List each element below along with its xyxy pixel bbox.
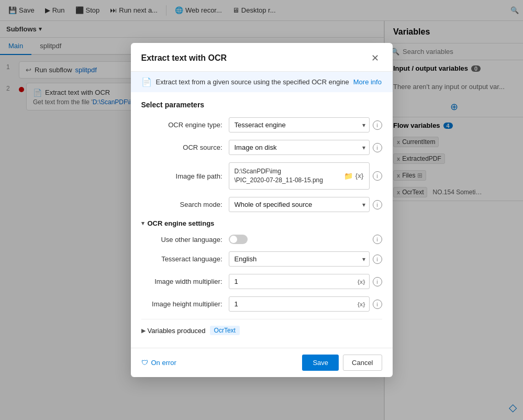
image-height-variable-icon[interactable]: {x}: [358, 301, 365, 307]
file-path-icons: 📁 {x}: [344, 172, 363, 180]
use-other-lang-control: i: [229, 235, 382, 244]
ocr-engine-type-control: Tesseract engine ▾ i: [229, 117, 382, 132]
param-row-tesseract-lang: Tesseract language: English ▾ i: [141, 251, 382, 267]
ocr-source-info-icon[interactable]: i: [373, 143, 382, 152]
footer-actions: Save Cancel: [302, 355, 382, 371]
select-parameters-title: Select parameters: [141, 101, 382, 109]
more-info-link[interactable]: More info: [353, 78, 382, 86]
toggle-thumb: [230, 236, 237, 243]
tesseract-lang-label: Tesseract language:: [141, 255, 222, 263]
use-other-lang-toggle[interactable]: [229, 235, 248, 244]
search-mode-info-icon[interactable]: i: [373, 200, 382, 209]
tesseract-lang-select-wrapper: English ▾: [229, 251, 370, 267]
ocr-source-label: OCR source:: [141, 143, 222, 151]
ocr-engine-type-select[interactable]: Tesseract engine: [229, 117, 370, 132]
param-row-search-mode: Search mode: Whole of specified source ▾…: [141, 197, 382, 212]
file-variable-icon[interactable]: {x}: [355, 172, 363, 180]
variables-produced-text: Variables produced: [148, 327, 206, 335]
ocr-engine-type-label: OCR engine type:: [141, 121, 222, 129]
ocr-settings-title: OCR engine settings: [148, 219, 215, 227]
ocr-settings-header[interactable]: ▾ OCR engine settings: [141, 219, 382, 227]
use-other-lang-info-icon[interactable]: i: [373, 235, 382, 244]
modal-cancel-button[interactable]: Cancel: [343, 355, 382, 371]
search-mode-label: Search mode:: [141, 201, 222, 208]
ocr-source-select-wrapper: Image on disk ▾: [229, 140, 370, 155]
ocr-source-control: Image on disk ▾ i: [229, 140, 382, 155]
param-row-ocr-source: OCR source: Image on disk ▾ i: [141, 140, 382, 155]
modal-save-button[interactable]: Save: [302, 355, 339, 371]
image-width-input-wrapper: {x}: [229, 274, 370, 289]
image-path-info-icon[interactable]: i: [373, 171, 382, 181]
tesseract-lang-info-icon[interactable]: i: [373, 255, 382, 264]
ocr-engine-type-select-wrapper: Tesseract engine ▾: [229, 117, 370, 132]
file-browse-icon[interactable]: 📁: [344, 172, 353, 180]
modal-overlay: Extract text with OCR ✕ 📄 Extract text f…: [0, 0, 523, 420]
search-mode-select-wrapper: Whole of specified source ▾: [229, 197, 370, 212]
param-row-height-multiplier: Image height multiplier: {x} i: [141, 296, 382, 312]
image-width-label: Image width multiplier:: [141, 278, 222, 285]
tesseract-lang-control: English ▾ i: [229, 251, 382, 267]
file-path-text: D:\ScanPDF\img\PIC_2020-07-28_11-08-15.p…: [235, 167, 342, 185]
modal-title: Extract text with OCR: [141, 53, 368, 63]
image-height-input-wrapper: {x}: [229, 296, 370, 312]
modal-header: Extract text with OCR ✕: [131, 43, 393, 72]
modal-info-text: Extract text from a given source using t…: [156, 78, 349, 86]
modal-close-button[interactable]: ✕: [368, 51, 382, 65]
image-width-info-icon[interactable]: i: [373, 277, 382, 286]
param-row-other-lang: Use other language: i: [141, 235, 382, 244]
ocr-text-produced-tag: OcrText: [210, 326, 240, 335]
image-file-path-input[interactable]: D:\ScanPDF\img\PIC_2020-07-28_11-08-15.p…: [229, 162, 370, 190]
ocr-engine-type-info-icon[interactable]: i: [373, 120, 382, 130]
image-height-label: Image height multiplier:: [141, 300, 222, 308]
modal-info-bar: 📄 Extract text from a given source using…: [131, 72, 393, 92]
on-error-button[interactable]: 🛡 On error: [141, 359, 176, 367]
on-error-label: On error: [151, 359, 176, 367]
tesseract-lang-select[interactable]: English: [229, 251, 370, 267]
ocr-settings-chevron-icon: ▾: [141, 220, 144, 227]
modal-body: Select parameters OCR engine type: Tesse…: [131, 92, 393, 348]
extract-ocr-modal: Extract text with OCR ✕ 📄 Extract text f…: [131, 43, 393, 377]
param-row-width-multiplier: Image width multiplier: {x} i: [141, 274, 382, 289]
image-width-input[interactable]: [229, 274, 370, 289]
search-mode-control: Whole of specified source ▾ i: [229, 197, 382, 212]
image-height-control: {x} i: [229, 296, 382, 312]
image-width-control: {x} i: [229, 274, 382, 289]
image-height-info-icon[interactable]: i: [373, 300, 382, 309]
ocr-source-select[interactable]: Image on disk: [229, 140, 370, 155]
image-width-variable-icon[interactable]: {x}: [358, 279, 365, 285]
image-file-path-control: D:\ScanPDF\img\PIC_2020-07-28_11-08-15.p…: [229, 162, 382, 190]
variables-produced-label[interactable]: ▶ Variables produced: [141, 327, 206, 335]
modal-footer: 🛡 On error Save Cancel: [131, 348, 393, 377]
variables-produced-section: ▶ Variables produced OcrText: [141, 319, 382, 339]
use-other-lang-label: Use other language:: [141, 236, 222, 244]
vars-produced-chevron-icon: ▶: [141, 327, 146, 334]
shield-icon: 🛡: [141, 359, 148, 367]
param-row-image-path: Image file path: D:\ScanPDF\img\PIC_2020…: [141, 162, 382, 190]
image-height-input[interactable]: [229, 296, 370, 312]
param-row-ocr-engine: OCR engine type: Tesseract engine ▾ i: [141, 117, 382, 132]
search-mode-select[interactable]: Whole of specified source: [229, 197, 370, 212]
info-icon: 📄: [141, 77, 152, 87]
image-file-path-label: Image file path:: [141, 172, 222, 180]
